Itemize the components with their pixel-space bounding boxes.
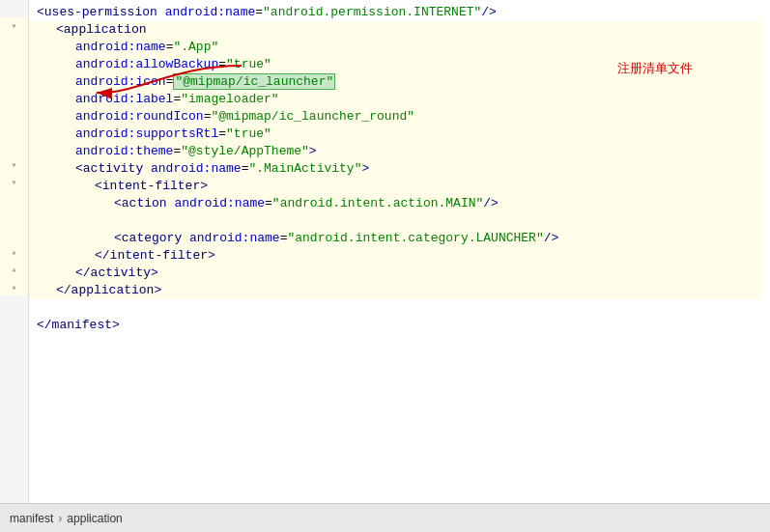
- fold-indicator: [0, 0, 28, 17]
- code-line: <action android:name="android.intent.act…: [29, 195, 762, 212]
- xml-attr-name: android:supportsRtl: [75, 126, 218, 141]
- breadcrumb-application: application: [67, 512, 122, 525]
- xml-tag: <action: [114, 196, 174, 210]
- xml-tag: />: [481, 5, 497, 19]
- xml-tag: />: [544, 231, 559, 245]
- xml-tag: />: [483, 196, 499, 210]
- xml-plain: =: [265, 196, 272, 210]
- xml-attr-name: android:roundIcon: [75, 109, 204, 124]
- xml-plain: =: [255, 5, 263, 19]
- code-line: [29, 299, 762, 317]
- annotation-text: 注册清单文件: [617, 60, 693, 77]
- fold-indicator[interactable]: ▴: [0, 243, 28, 261]
- code-line: android:supportsRtl="true": [29, 126, 762, 143]
- xml-attr-name: android:name: [151, 161, 242, 176]
- fold-indicator[interactable]: ▴: [0, 278, 28, 295]
- xml-attr-value: "imageloader": [181, 92, 278, 106]
- code-line: </intent-filter>: [29, 247, 762, 265]
- code-line: android:roundIcon="@mipmap/ic_launcher_r…: [29, 108, 762, 126]
- code-line: [29, 212, 762, 230]
- xml-attr-value: "@mipmap/ic_launcher_round": [211, 109, 414, 124]
- xml-attr-name: android:name: [75, 40, 166, 54]
- xml-tag: >: [361, 161, 369, 176]
- xml-attr-name: android:label: [75, 92, 173, 106]
- xml-tag: >: [309, 144, 317, 158]
- xml-tag: <activity: [75, 161, 151, 176]
- code-line: </activity>: [29, 265, 762, 282]
- code-line: </application>: [29, 282, 762, 299]
- xml-attr-name: android:icon: [75, 74, 166, 89]
- xml-attr-value: "true": [226, 126, 271, 141]
- fold-indicator[interactable]: ▾: [0, 174, 28, 191]
- xml-attr-value-highlighted: "@mipmap/ic_launcher": [173, 73, 335, 90]
- code-line: android:name=".App": [29, 39, 762, 56]
- xml-tag: <intent-filter>: [95, 179, 208, 193]
- xml-attr-name: android:allowBackup: [75, 57, 218, 71]
- fold-indicator: [0, 104, 28, 122]
- fold-indicator: [0, 52, 28, 70]
- code-line: <category android:name="android.intent.c…: [29, 230, 762, 247]
- xml-attr-name: android:name: [165, 5, 256, 19]
- code-line: </manifest>: [29, 317, 762, 334]
- xml-plain: =: [218, 57, 226, 71]
- fold-indicator: [0, 87, 28, 104]
- breadcrumb-separator: ›: [58, 512, 62, 525]
- xml-attr-value: ".MainActivity": [248, 161, 361, 176]
- code-line: android:theme="@style/AppTheme">: [29, 143, 762, 160]
- code-line: <activity android:name=".MainActivity">: [29, 160, 762, 178]
- fold-indicator: [0, 122, 28, 139]
- code-editor: <uses-permission android:name="android.p…: [0, 0, 770, 503]
- xml-tag: <uses-permission: [37, 5, 165, 19]
- code-line: <intent-filter>: [29, 178, 762, 195]
- xml-tag: </application>: [56, 283, 161, 297]
- code-line: android:label="imageloader": [29, 91, 762, 108]
- fold-indicator: [0, 35, 28, 52]
- xml-attr-name: android:name: [174, 196, 265, 210]
- fold-indicator[interactable]: ▾: [0, 156, 28, 174]
- xml-tag: </manifest>: [37, 318, 120, 332]
- xml-attr-value: "@style/AppTheme": [181, 144, 309, 158]
- xml-attr-name: android:name: [189, 231, 280, 245]
- xml-attr-value: ".App": [173, 40, 218, 54]
- xml-tag: </activity>: [75, 266, 158, 280]
- fold-indicator: [0, 313, 28, 330]
- fold-indicator[interactable]: ▴: [0, 261, 28, 278]
- fold-indicator: [0, 191, 28, 209]
- xml-attr-value: "android.intent.category.LAUNCHER": [287, 231, 543, 245]
- fold-indicator: [0, 226, 28, 243]
- code-line: <uses-permission android:name="android.p…: [29, 4, 762, 21]
- xml-tag: <application: [56, 22, 147, 37]
- fold-indicator: [0, 209, 28, 226]
- status-bar: manifest › application: [0, 503, 770, 532]
- breadcrumb-manifest: manifest: [10, 512, 53, 525]
- xml-attr-value: "android.permission.INTERNET": [263, 5, 481, 19]
- xml-tag: </intent-filter>: [95, 248, 215, 263]
- xml-tag: <category: [114, 231, 189, 245]
- fold-indicator: [0, 295, 28, 313]
- xml-attr-value: "true": [226, 57, 271, 71]
- fold-indicator: [0, 70, 28, 87]
- xml-attr-name: android:theme: [75, 144, 173, 158]
- fold-indicator[interactable]: ▾: [0, 17, 28, 35]
- fold-indicator: [0, 139, 28, 156]
- xml-attr-value: "android.intent.action.MAIN": [272, 196, 483, 210]
- xml-plain: =: [218, 126, 226, 141]
- code-line: <application: [29, 21, 762, 39]
